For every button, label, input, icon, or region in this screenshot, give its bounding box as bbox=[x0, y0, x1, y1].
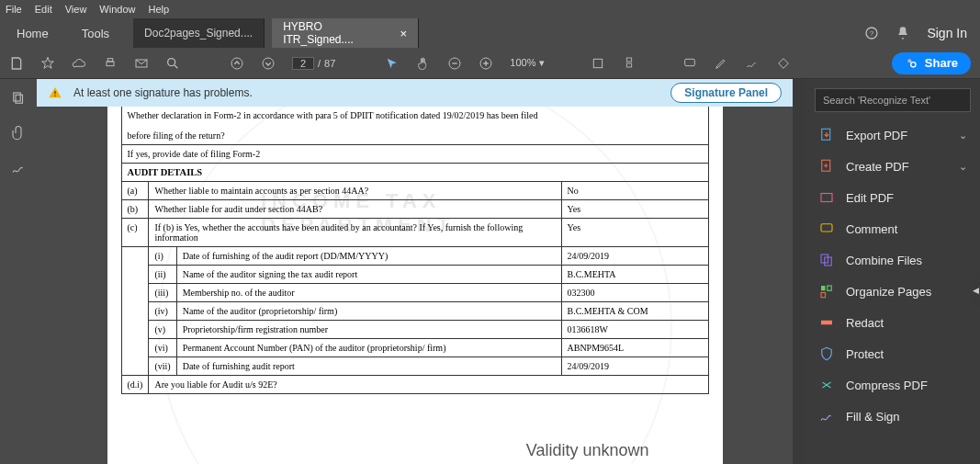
table-row: (vii) Date of furnishing audit report 24… bbox=[121, 357, 708, 376]
cell-c-txt: If (b) is Yes, whether the accounts have… bbox=[149, 219, 561, 247]
cell-b-lbl: (b) bbox=[121, 200, 149, 219]
comment-icon[interactable] bbox=[682, 56, 697, 71]
cell-iv-val: B.C.MEHTA & COM bbox=[561, 302, 708, 321]
doc-line2: If yes, provide date of filing Form-2 bbox=[121, 145, 708, 164]
tool-label: Create PDF bbox=[846, 160, 909, 174]
doc-line1b: before filing of the return? bbox=[128, 130, 225, 141]
page-scroll[interactable]: INCOME TAX DEPARTMENT Whether declaratio… bbox=[37, 107, 793, 464]
signature-rail-icon[interactable] bbox=[10, 160, 27, 176]
table-row: (b) Whether liable for audit under secti… bbox=[121, 200, 708, 219]
svg-rect-20 bbox=[822, 129, 830, 140]
close-icon[interactable]: × bbox=[400, 27, 408, 40]
search-input[interactable]: Search 'Recognize Text' bbox=[815, 88, 971, 112]
hand-icon[interactable] bbox=[416, 56, 431, 71]
fill-sign-icon bbox=[818, 408, 835, 424]
sign-icon[interactable] bbox=[745, 56, 760, 71]
expand-right-icon[interactable]: ◀ bbox=[971, 274, 980, 307]
cell-vii-val: 24/09/2019 bbox=[561, 357, 708, 376]
tool-protect[interactable]: Protect bbox=[805, 338, 980, 369]
table-row: (i) Date of furnishing of the audit repo… bbox=[121, 247, 708, 266]
table-row: (vi) Permanent Account Number (PAN) of t… bbox=[121, 339, 708, 357]
signature-panel-button[interactable]: Signature Panel bbox=[670, 83, 782, 103]
help-icon[interactable]: ? bbox=[864, 26, 879, 40]
chevron-down-icon: ⌄ bbox=[959, 130, 967, 141]
page-up-icon[interactable] bbox=[230, 56, 244, 71]
cell-v-val: 0136618W bbox=[561, 321, 708, 339]
shield-icon bbox=[818, 345, 835, 362]
export-pdf-icon bbox=[818, 127, 835, 143]
print-icon[interactable] bbox=[103, 56, 118, 71]
table-row: (d.i) Are you liable for Audit u/s 92E? bbox=[121, 376, 708, 394]
tool-compress[interactable]: Compress PDF bbox=[805, 369, 980, 401]
cell-ii-val: B.C.MEHTA bbox=[561, 266, 708, 284]
tool-label: Edit PDF bbox=[846, 191, 894, 205]
signature-banner: At least one signature has problems. Sig… bbox=[37, 79, 793, 107]
doc-table: Whether declaration in Form-2 in accorda… bbox=[121, 107, 709, 394]
table-row: (c) If (b) is Yes, whether the accounts … bbox=[121, 219, 708, 247]
scrollbar[interactable] bbox=[793, 79, 805, 464]
zoom-out-icon[interactable] bbox=[447, 56, 462, 71]
combine-icon bbox=[818, 252, 835, 268]
signin-button[interactable]: Sign In bbox=[927, 26, 967, 40]
redact-icon bbox=[818, 314, 835, 331]
page-down-icon[interactable] bbox=[261, 56, 276, 71]
cell-a-val: No bbox=[561, 182, 708, 200]
attachments-icon[interactable] bbox=[10, 125, 27, 141]
tab-doc2[interactable]: HYBRO ITR_Signed.... × bbox=[272, 18, 419, 48]
page-input[interactable] bbox=[292, 57, 314, 70]
tool-combine[interactable]: Combine Files bbox=[805, 244, 980, 276]
cell-c-lbl: (c) bbox=[121, 219, 149, 247]
svg-rect-13 bbox=[684, 59, 694, 65]
zoom-level[interactable]: 100% ▾ bbox=[510, 57, 544, 69]
tool-organize[interactable]: Organize Pages bbox=[805, 276, 980, 307]
save-icon[interactable] bbox=[9, 56, 24, 71]
comment-tool-icon bbox=[818, 221, 835, 237]
cell-vi-txt: Permanent Account Number (PAN) of the au… bbox=[176, 339, 561, 357]
svg-rect-29 bbox=[821, 321, 832, 325]
table-row: (v) Proprietorship/firm registration num… bbox=[121, 321, 708, 339]
content-area: ▶ At least one signature has problems. S… bbox=[0, 79, 980, 464]
menu-help[interactable]: Help bbox=[148, 4, 169, 15]
cell-iii-val: 032300 bbox=[561, 284, 708, 302]
svg-point-7 bbox=[263, 58, 274, 69]
tab-tools[interactable]: Tools bbox=[65, 18, 126, 48]
cell-vi-val: ABNPM9654L bbox=[561, 339, 708, 357]
table-row: (iv) Name of the auditor (proprietorship… bbox=[121, 302, 708, 321]
cell-i-val: 24/09/2019 bbox=[561, 247, 708, 266]
menu-edit[interactable]: Edit bbox=[35, 4, 52, 15]
star-icon[interactable] bbox=[40, 56, 55, 71]
tool-redact[interactable]: Redact bbox=[805, 307, 980, 338]
svg-rect-27 bbox=[828, 286, 832, 290]
select-icon[interactable] bbox=[385, 56, 400, 71]
menu-file[interactable]: File bbox=[6, 4, 22, 15]
cell-b-val: Yes bbox=[561, 200, 708, 219]
scroll-mode-icon[interactable] bbox=[622, 56, 636, 71]
stamp-icon[interactable] bbox=[776, 56, 791, 71]
svg-rect-18 bbox=[54, 91, 55, 94]
tab-home[interactable]: Home bbox=[0, 18, 65, 48]
cloud-icon[interactable] bbox=[72, 56, 86, 71]
svg-rect-22 bbox=[821, 194, 832, 202]
tool-edit-pdf[interactable]: Edit PDF bbox=[805, 182, 980, 213]
fit-width-icon[interactable] bbox=[591, 56, 605, 71]
cell-a-lbl: (a) bbox=[121, 182, 149, 200]
menu-window[interactable]: Window bbox=[99, 4, 135, 15]
svg-rect-28 bbox=[821, 293, 826, 298]
mail-icon[interactable] bbox=[134, 56, 149, 71]
bell-icon[interactable] bbox=[896, 26, 910, 40]
thumbnails-icon[interactable] bbox=[10, 90, 27, 107]
menu-view[interactable]: View bbox=[65, 4, 87, 15]
find-icon[interactable] bbox=[165, 56, 180, 71]
edit-pdf-icon bbox=[818, 189, 835, 206]
tab-doc1[interactable]: Doc2pages_Signed.... bbox=[133, 18, 265, 48]
tool-export-pdf[interactable]: Export PDF ⌄ bbox=[805, 119, 980, 151]
tool-create-pdf[interactable]: Create PDF ⌄ bbox=[805, 151, 980, 182]
share-button[interactable]: Share bbox=[892, 52, 971, 74]
zoom-in-icon[interactable] bbox=[479, 56, 493, 71]
highlight-icon[interactable] bbox=[714, 56, 728, 71]
share-label: Share bbox=[925, 56, 958, 70]
tool-comment[interactable]: Comment bbox=[805, 213, 980, 244]
tab-doc2-label: HYBRO ITR_Signed.... bbox=[283, 20, 392, 46]
tool-label: Redact bbox=[846, 316, 884, 330]
tool-fill-sign[interactable]: Fill & Sign bbox=[805, 401, 980, 432]
